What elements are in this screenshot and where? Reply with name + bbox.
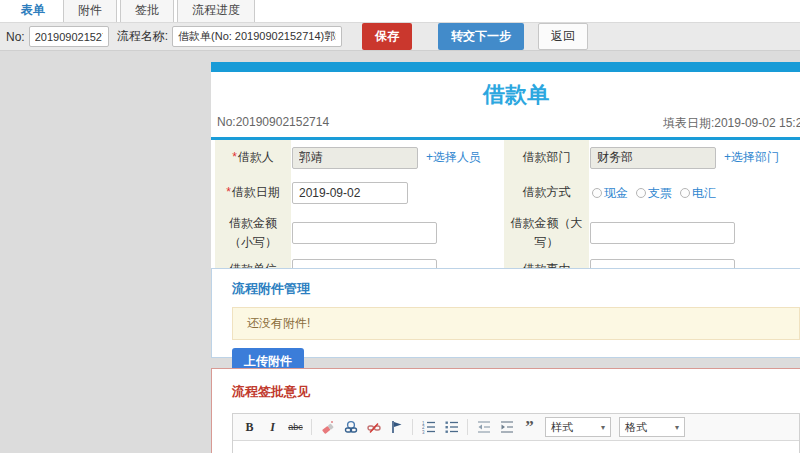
no-attachments-alert: 还没有附件! [232, 307, 800, 340]
amount-lowercase-label: 借款金额（小写） [215, 211, 291, 255]
amount-uppercase-label: 借款金额（大写） [504, 211, 589, 255]
svg-text:3: 3 [422, 430, 425, 435]
department-input[interactable] [590, 147, 716, 169]
back-button[interactable]: 返回 [538, 23, 588, 50]
italic-icon[interactable]: I [265, 419, 280, 435]
toolbar-divider [311, 419, 312, 435]
save-button[interactable]: 保存 [362, 23, 412, 50]
page-title: 借款单 [211, 72, 800, 113]
radio-icon[interactable] [592, 188, 602, 198]
approval-comments-panel: 流程签批意见 B I abc [211, 368, 800, 453]
remove-format-icon[interactable] [320, 419, 335, 435]
radio-icon[interactable] [636, 188, 646, 198]
loan-form-grid: *借款人 +选择人员 借款部门 +选择部门 *借款日期 借款方式 现金 [211, 140, 800, 285]
approval-title: 流程签批意见 [232, 383, 800, 401]
process-name-input[interactable] [172, 26, 342, 47]
radio-icon[interactable] [680, 188, 690, 198]
loan-form-panel: 借款单 No:20190902152714 填表日期:2019-09-02 15… [211, 62, 800, 292]
rich-text-editor: B I abc [232, 413, 800, 453]
toolbar-divider [412, 419, 413, 435]
loan-method-radio-group: 现金 支票 电汇 [592, 185, 716, 202]
bold-icon[interactable]: B [242, 419, 257, 435]
format-dropdown[interactable]: 格式 ▾ [619, 417, 685, 437]
blockquote-icon[interactable]: ” [522, 419, 537, 435]
no-label: No: [6, 30, 25, 44]
loan-date-input[interactable] [292, 182, 408, 204]
radio-cheque[interactable]: 支票 [636, 185, 672, 202]
toolbar-divider [467, 419, 468, 435]
borrower-label: *借款人 [215, 140, 291, 175]
amount-lowercase-input[interactable] [292, 222, 437, 244]
indent-icon[interactable] [499, 419, 514, 435]
form-no-text: No:20190902152714 [217, 115, 329, 132]
tab-process-progress[interactable]: 流程进度 [177, 0, 255, 22]
tab-approval[interactable]: 签批 [120, 0, 174, 22]
no-input[interactable] [29, 26, 109, 47]
unlink-icon[interactable] [366, 419, 381, 435]
attachments-title: 流程附件管理 [232, 280, 800, 298]
tab-attachments[interactable]: 附件 [63, 0, 117, 22]
toolbar: No: 流程名称: 保存 转交下一步 返回 [0, 22, 800, 51]
tab-strip: 表单 附件 签批 流程进度 [0, 0, 800, 22]
editor-toolbar: B I abc [233, 414, 799, 441]
outdent-icon[interactable] [476, 419, 491, 435]
attachments-panel: 流程附件管理 还没有附件! 上传附件 [211, 268, 800, 358]
process-name-label: 流程名称: [117, 28, 168, 45]
amount-uppercase-input[interactable] [590, 222, 735, 244]
strikethrough-icon[interactable]: abc [288, 419, 303, 435]
loan-date-label: *借款日期 [215, 175, 291, 211]
anchor-flag-icon[interactable] [389, 419, 404, 435]
select-department-link[interactable]: +选择部门 [724, 149, 779, 166]
chevron-down-icon: ▾ [675, 423, 679, 432]
form-date-text: 填表日期:2019-09-02 15:27:1 [663, 115, 800, 132]
bulleted-list-icon[interactable] [444, 419, 459, 435]
radio-cash[interactable]: 现金 [592, 185, 628, 202]
chevron-down-icon: ▾ [601, 423, 605, 432]
select-person-link[interactable]: +选择人员 [426, 149, 481, 166]
styles-dropdown[interactable]: 样式 ▾ [545, 417, 611, 437]
numbered-list-icon[interactable]: 1 2 3 [421, 419, 436, 435]
loan-method-label: 借款方式 [504, 175, 589, 211]
tab-form[interactable]: 表单 [6, 0, 60, 22]
department-label: 借款部门 [504, 140, 589, 175]
panel-top-bar [211, 62, 800, 72]
editor-content-area[interactable] [233, 441, 799, 453]
link-icon[interactable] [343, 419, 358, 435]
borrower-input[interactable] [292, 147, 418, 169]
forward-next-step-button[interactable]: 转交下一步 [438, 23, 524, 50]
radio-wire-transfer[interactable]: 电汇 [680, 185, 716, 202]
